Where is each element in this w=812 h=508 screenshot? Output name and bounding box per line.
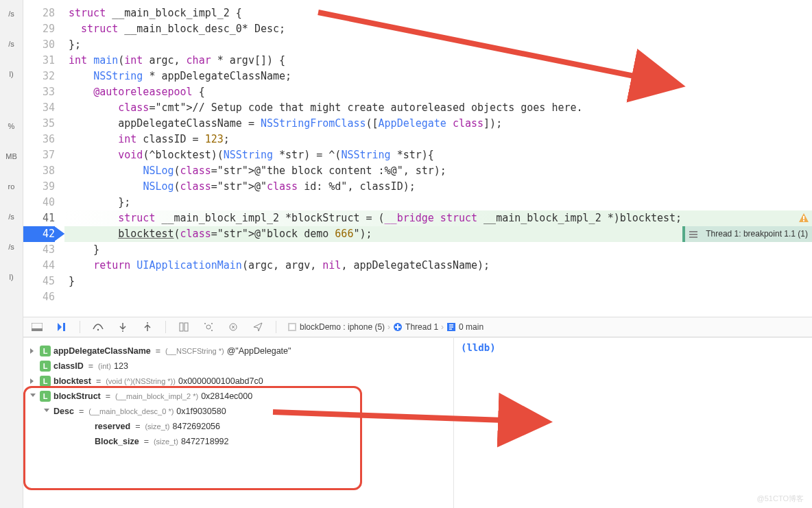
line-number[interactable]: 35	[23, 116, 55, 132]
step-out-button[interactable]	[141, 320, 154, 334]
variable-row[interactable]: LappDelegateClassName = (__NSCFString *)…	[27, 343, 449, 359]
svg-rect-4	[32, 328, 43, 331]
step-into-button[interactable]	[116, 320, 130, 334]
breadcrumb-process[interactable]: blockDemo : iphone (5)	[300, 322, 385, 332]
metric-label: l)	[9, 273, 13, 281]
disclosure-triangle-icon[interactable]	[30, 348, 37, 354]
code-line[interactable]: NSLog(class="str">@"class id: %d", class…	[64, 179, 812, 195]
variable-row[interactable]: LclassID = (int) 123	[27, 359, 449, 374]
line-number[interactable]: 33	[23, 84, 55, 100]
disclosure-triangle-icon[interactable]	[30, 378, 37, 385]
step-over-button[interactable]	[91, 320, 105, 334]
local-variable-icon: L	[40, 376, 51, 387]
variable-type: (size_t)	[154, 437, 178, 446]
continue-button[interactable]	[55, 320, 69, 334]
thread-badge-label: Thread 1: breakpoint 1.1 (1)	[706, 226, 808, 242]
variable-row[interactable]: Block_size = (size_t) 8472718992	[27, 434, 449, 449]
line-number[interactable]: 32	[23, 69, 55, 84]
code-line[interactable]: int classID = 123;	[64, 132, 812, 147]
metric-label: l)	[9, 70, 13, 78]
line-number[interactable]: 34	[23, 100, 55, 116]
code-line[interactable]: }	[64, 274, 812, 289]
execution-pointer-icon	[54, 226, 64, 241]
variable-row[interactable]: reserved = (size_t) 8472692056	[27, 419, 449, 434]
line-number[interactable]: 42	[23, 226, 55, 242]
metric-label: /s	[8, 213, 14, 221]
variable-name: blocktest	[53, 376, 91, 386]
variable-type: (__main_block_impl_2 *)	[115, 392, 198, 400]
line-number[interactable]: 36	[23, 132, 55, 147]
svg-point-6	[97, 329, 99, 330]
thread-icon	[393, 322, 403, 332]
code-line[interactable]: int main(int argc, char * argv[]) {	[64, 53, 812, 69]
variable-value: 8472718992	[181, 437, 229, 446]
variable-row[interactable]: LblockStruct = (__main_block_impl_2 *) 0…	[27, 389, 449, 404]
line-number[interactable]: 30	[23, 37, 55, 53]
variable-row[interactable]: Lblocktest = (void (^)(NSString *)) 0x00…	[27, 374, 449, 389]
code-line[interactable]: NSLog(class="str">@"the block content :%…	[64, 163, 812, 179]
svg-rect-1	[803, 220, 804, 221]
line-number[interactable]: 39	[23, 179, 55, 195]
chevron-right-icon: ›	[441, 322, 444, 332]
variable-name: appDelegateClassName	[53, 346, 151, 356]
disclosure-triangle-icon[interactable]	[30, 393, 37, 400]
code-line[interactable]: blocktest(class="str">@"block demo 666")…	[64, 226, 812, 242]
line-number[interactable]: 38	[23, 163, 55, 179]
metric-label: MB	[5, 152, 17, 160]
memory-graph-button[interactable]	[202, 320, 215, 334]
code-line[interactable]: void(^blocktest)(NSString *str) = ^(NSSt…	[64, 147, 812, 163]
location-button[interactable]	[251, 320, 265, 334]
code-line[interactable]: class="cmt">// Setup code that might cre…	[64, 100, 812, 116]
metric-label: /s	[8, 10, 14, 18]
svg-point-11	[206, 325, 211, 329]
variable-type: (int)	[98, 362, 111, 370]
lldb-prompt: (lldb)	[461, 342, 496, 353]
metric-label: /s	[8, 40, 14, 48]
line-number[interactable]: 44	[23, 258, 55, 274]
breadcrumb-frame[interactable]: 0 main	[459, 322, 483, 332]
code-line[interactable]	[64, 289, 812, 305]
svg-point-14	[211, 330, 213, 331]
svg-rect-20	[395, 326, 401, 328]
code-line[interactable]: struct __main_block_impl_2 *blockStruct …	[64, 210, 812, 226]
code-line[interactable]: appDelegateClassName = NSStringFromClass…	[64, 116, 812, 132]
line-number-gutter[interactable]: 28293031323334353637383940414243444546	[23, 0, 64, 317]
left-metrics-strip: /s/sl)%MBro/s/sl)	[0, 0, 23, 508]
line-number[interactable]: 37	[23, 147, 55, 163]
line-number[interactable]: 45	[23, 274, 55, 289]
line-number[interactable]: 31	[23, 53, 55, 69]
hide-debug-area-button[interactable]	[30, 320, 44, 334]
code-line[interactable]: struct __main_block_desc_0* Desc;	[64, 21, 812, 37]
console-pane[interactable]: (lldb)	[454, 338, 812, 508]
variables-pane[interactable]: LappDelegateClassName = (__NSCFString *)…	[23, 338, 454, 508]
code-line[interactable]: };	[64, 37, 812, 53]
environment-overrides-button[interactable]	[226, 320, 240, 334]
line-number[interactable]: 40	[23, 195, 55, 210]
local-variable-icon: L	[40, 361, 51, 372]
breadcrumb-thread[interactable]: Thread 1	[405, 322, 438, 332]
code-line[interactable]: };	[64, 195, 812, 210]
line-number[interactable]: 41	[23, 210, 55, 226]
metric-label: %	[8, 122, 15, 130]
line-number[interactable]: 43	[23, 242, 55, 258]
code-line[interactable]: return UIApplicationMain(argc, argv, nil…	[64, 258, 812, 274]
variable-row[interactable]: Desc = (__main_block_desc_0 *) 0x1f90305…	[27, 404, 449, 419]
code-content[interactable]: struct __main_block_impl_2 { struct __ma…	[64, 0, 812, 317]
metric-label: ro	[8, 182, 15, 191]
debug-breadcrumbs[interactable]: blockDemo : iphone (5) › Thread 1 › 0 ma…	[287, 322, 483, 332]
metric-label: /s	[8, 243, 14, 251]
line-number[interactable]: 46	[23, 289, 55, 305]
line-number[interactable]: 28	[23, 5, 55, 21]
code-editor[interactable]: 28293031323334353637383940414243444546 s…	[23, 0, 812, 317]
line-number[interactable]: 29	[23, 21, 55, 37]
thread-breakpoint-badge[interactable]: Thread 1: breakpoint 1.1 (1)	[682, 226, 812, 242]
warning-icon[interactable]	[798, 213, 809, 223]
code-line[interactable]: NSString * appDelegateClassName;	[64, 69, 812, 84]
debug-view-button[interactable]	[177, 320, 191, 334]
code-line[interactable]: }	[64, 242, 812, 258]
disclosure-triangle-icon[interactable]	[44, 408, 51, 415]
code-line[interactable]: @autoreleasepool {	[64, 84, 812, 100]
variable-value: 8472692056	[173, 422, 221, 431]
code-line[interactable]: struct __main_block_impl_2 {	[64, 5, 812, 21]
variable-type: (size_t)	[145, 422, 169, 431]
